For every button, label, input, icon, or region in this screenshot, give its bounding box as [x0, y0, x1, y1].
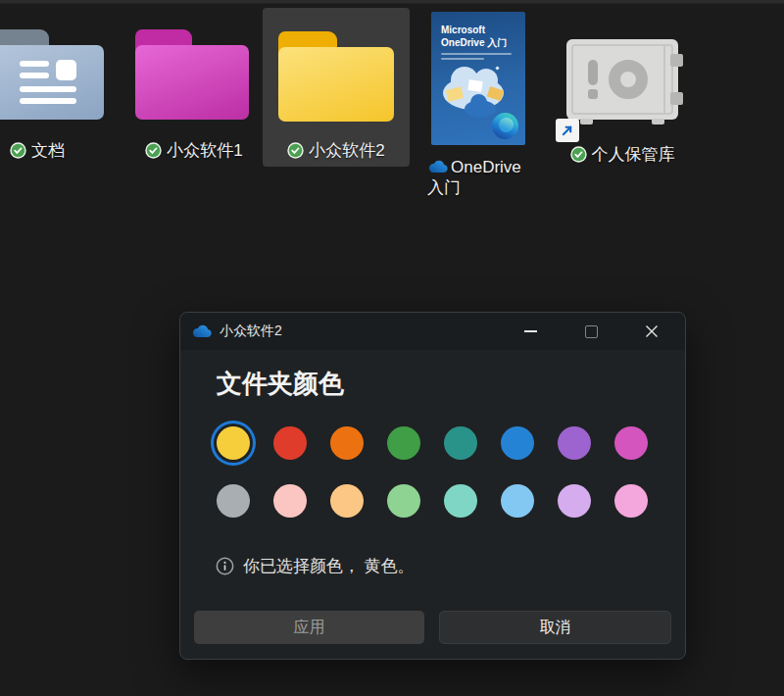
info-icon: [216, 557, 234, 575]
pink-folder-icon: [135, 29, 249, 120]
apply-button[interactable]: 应用: [194, 611, 424, 644]
maximize-button[interactable]: [567, 313, 614, 350]
edge-logo-icon: [492, 113, 518, 139]
synced-check-icon: [145, 142, 162, 159]
onedrive-cloud-icon: [427, 160, 448, 174]
cancel-button[interactable]: 取消: [439, 611, 671, 644]
color-swatch-row2-4[interactable]: [387, 484, 420, 518]
onedrive-doc-thumbnail: Microsoft OneDrive 入门: [431, 12, 525, 145]
color-swatch-row1-4[interactable]: [387, 426, 420, 460]
close-button[interactable]: [628, 313, 675, 350]
color-swatch-row1-2[interactable]: [273, 426, 307, 460]
color-swatch-row2-6[interactable]: [501, 484, 534, 518]
dialog-title: 小众软件2: [220, 323, 282, 340]
minimize-button[interactable]: [507, 313, 554, 350]
color-swatch-row2-7[interactable]: [558, 484, 591, 518]
folder-color-dialog: 小众软件2 文件夹颜色 你已选择颜色， 黄色。: [179, 312, 686, 660]
color-swatch-row1-1-selected[interactable]: [217, 426, 250, 460]
color-swatch-row2-1[interactable]: [217, 484, 250, 518]
synced-check-icon: [287, 142, 304, 159]
color-swatch-row1-5[interactable]: [444, 426, 477, 460]
item-label: 文档: [31, 139, 65, 162]
item-label: 个人保管库: [592, 143, 675, 166]
color-swatch-row2-3[interactable]: [330, 484, 364, 518]
desktop-item-personal-vault[interactable]: 个人保管库: [555, 29, 690, 167]
desktop-item-onedrive-doc[interactable]: Microsoft OneDrive 入门 OneDrive 入门: [427, 12, 529, 198]
color-swatch-row1-8[interactable]: [614, 426, 648, 460]
color-swatch-row2-8[interactable]: [614, 484, 648, 518]
cover-title-line1: Microsoft: [441, 25, 485, 35]
desktop: 文档 小众软件1 小众软件2: [0, 0, 784, 696]
maximize-icon: [585, 325, 598, 338]
color-row-1: [217, 426, 648, 460]
selection-info-text: 你已选择颜色， 黄色。: [243, 555, 415, 577]
color-swatch-row2-2[interactable]: [273, 484, 307, 518]
item-label: 小众软件1: [167, 139, 242, 162]
dialog-titlebar[interactable]: 小众软件2: [180, 313, 685, 350]
desktop-item-documents[interactable]: 文档: [0, 29, 106, 162]
document-lines-glyph: [20, 61, 76, 108]
minimize-icon: [524, 330, 537, 332]
onedrive-cloud-icon: [191, 324, 212, 338]
window-top-edge: [0, 0, 784, 4]
desktop-item-folder1[interactable]: 小众软件1: [135, 29, 253, 162]
color-row-2: [217, 484, 648, 518]
yellow-folder-icon: [278, 31, 394, 122]
color-swatch-row1-6[interactable]: [501, 426, 534, 460]
item-label: 小众软件2: [309, 139, 384, 162]
dialog-heading: 文件夹颜色: [217, 367, 344, 401]
close-icon: [645, 324, 659, 338]
shortcut-arrow-icon: [556, 119, 579, 142]
color-swatch-row1-7[interactable]: [558, 426, 591, 460]
cover-title-line2: OneDrive 入门: [441, 36, 507, 50]
vault-safe-icon: [566, 39, 678, 120]
color-swatch-row2-5[interactable]: [444, 484, 477, 518]
selection-info: 你已选择颜色， 黄色。: [216, 555, 415, 577]
desktop-item-folder2-selected[interactable]: 小众软件2: [263, 8, 410, 167]
documents-folder-icon: [0, 29, 104, 120]
color-swatch-row1-3[interactable]: [330, 426, 364, 460]
synced-check-icon: [10, 142, 26, 159]
synced-check-icon: [570, 146, 587, 163]
